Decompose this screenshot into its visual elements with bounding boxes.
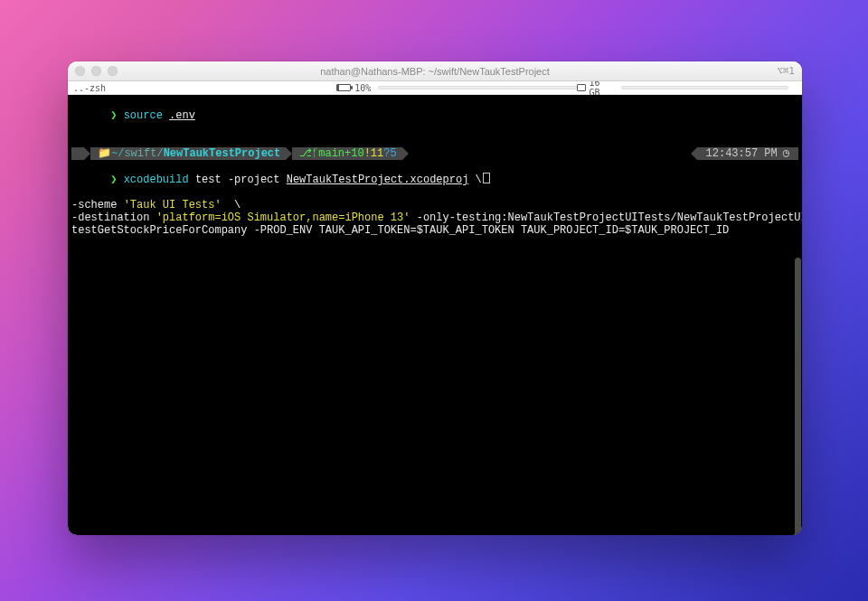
git-icon: ⎇ [299,147,312,160]
terminal-window: nathan@Nathans-MBP: ~/swift/NewTaukTestP… [68,61,802,535]
git-ahead: +10 [344,147,364,160]
branch-icon: ᚶ [312,147,318,160]
terminal-line: testGetStockPriceForCompany -PROD_ENV TA… [68,224,802,237]
terminal-line: ❯ source .env [68,95,802,135]
terminal-body[interactable]: ❯ source .env 📁 ~/swift/NewTaukTestProje… [68,95,802,535]
cmd-destination-value: 'platform=iOS Simulator,name=iPhone 13' [156,211,410,224]
battery-percent: 10% [354,83,371,93]
git-branch: main [318,147,344,160]
time-segment: 12:43:57 PM ◷ [697,147,798,160]
terminal-line: ❯ xcodebuild test -project NewTaukTestPr… [68,160,802,199]
cmd-binary: xcodebuild [124,174,189,186]
prompt-status-row: 📁 ~/swift/NewTaukTestProject ⎇ ᚶ main +1… [68,147,802,160]
ram-icon [577,84,585,91]
window-title: nathan@Nathans-MBP: ~/swift/NewTaukTestP… [68,66,802,77]
apple-segment [71,147,84,160]
git-untracked: ?5 [383,147,396,160]
clock-icon: ◷ [783,147,789,160]
terminal-scrollbar[interactable] [795,258,801,535]
battery-icon [336,84,351,91]
terminal-line: -destination 'platform=iOS Simulator,nam… [68,211,802,224]
window-titlebar: nathan@Nathans-MBP: ~/swift/NewTaukTestP… [68,61,802,81]
battery-bar [378,86,577,89]
ram-bar [621,86,788,89]
cmd-source-arg: .env [169,109,195,122]
cmd-scheme-value: 'Tauk UI Tests' [124,199,222,211]
terminal-info-strip: ..-zsh 10% 16 GB [68,81,802,95]
battery-indicator: 10% [336,83,577,93]
terminal-line: -scheme 'Tauk UI Tests' \ [68,199,802,211]
cwd-segment: 📁 ~/swift/NewTaukTestProject [90,147,286,160]
git-modified: !11 [364,147,384,160]
cmd-project-arg: NewTaukTestProject.xcodeproj [287,174,469,186]
cmd-source: source [124,109,163,122]
cursor-box [483,173,490,183]
shell-tab-label[interactable]: ..-zsh [73,83,106,93]
git-segment: ⎇ ᚶ main +10 !11 ?5 [292,147,401,160]
prompt-time: 12:43:57 PM [706,147,778,160]
